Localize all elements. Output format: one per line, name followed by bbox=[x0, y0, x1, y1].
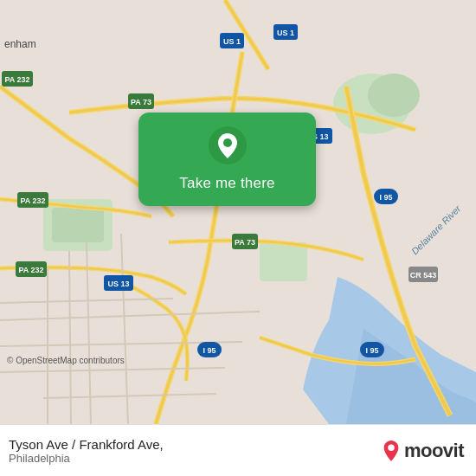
svg-text:enham: enham bbox=[4, 38, 36, 50]
svg-text:US 13: US 13 bbox=[107, 280, 129, 288]
svg-text:PA 73: PA 73 bbox=[131, 98, 151, 106]
svg-rect-5 bbox=[260, 242, 307, 281]
svg-text:I 95: I 95 bbox=[203, 346, 215, 355]
location-pin-icon bbox=[209, 126, 247, 164]
copyright-text: © OpenStreetMap contributors bbox=[7, 356, 125, 365]
moovit-text: moovit bbox=[404, 440, 464, 462]
bottom-bar: Tyson Ave / Frankford Ave, Philadelphia … bbox=[0, 424, 476, 476]
svg-text:PA 232: PA 232 bbox=[20, 196, 45, 205]
svg-text:US 1: US 1 bbox=[277, 29, 294, 37]
svg-text:CR 543: CR 543 bbox=[410, 271, 437, 280]
svg-rect-4 bbox=[52, 208, 104, 242]
svg-text:PA 232: PA 232 bbox=[4, 75, 29, 84]
svg-text:I 95: I 95 bbox=[379, 193, 392, 202]
svg-point-47 bbox=[388, 444, 394, 450]
map-container: US 1 PA 73 US 13 PA 232 PA 232 PA 232 US… bbox=[0, 0, 476, 424]
svg-point-2 bbox=[368, 74, 420, 117]
svg-text:I 95: I 95 bbox=[365, 346, 378, 355]
svg-point-46 bbox=[223, 138, 232, 147]
svg-text:US 1: US 1 bbox=[223, 37, 241, 46]
svg-text:PA 73: PA 73 bbox=[235, 238, 255, 247]
moovit-pin-icon bbox=[382, 440, 401, 462]
location-info: Tyson Ave / Frankford Ave, Philadelphia bbox=[9, 437, 164, 465]
location-city: Philadelphia bbox=[9, 452, 164, 465]
location-card: Take me there bbox=[138, 113, 316, 206]
location-name: Tyson Ave / Frankford Ave, bbox=[9, 437, 164, 452]
take-me-there-button[interactable]: Take me there bbox=[179, 173, 274, 194]
moovit-logo: moovit bbox=[382, 440, 464, 462]
svg-text:PA 232: PA 232 bbox=[18, 266, 43, 274]
